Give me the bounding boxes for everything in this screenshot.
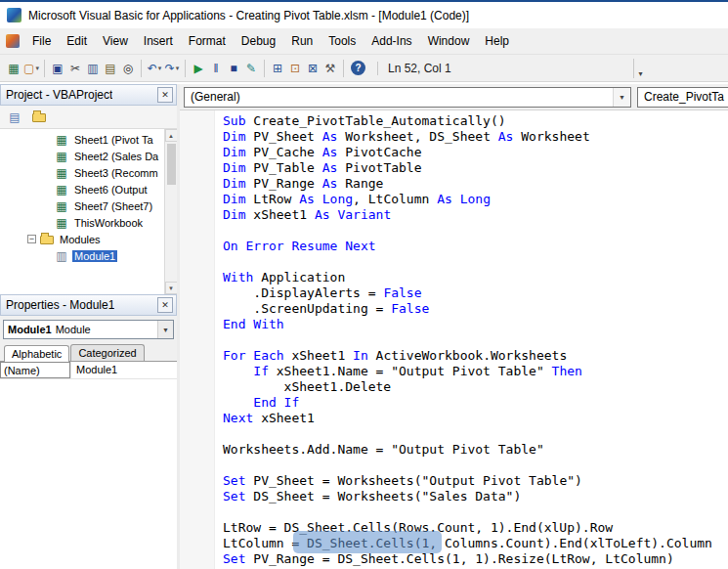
close-properties-panel-button[interactable]: ✕: [157, 297, 173, 313]
project-explorer-button[interactable]: ⊞: [269, 59, 286, 78]
break-button[interactable]: ‖: [207, 59, 225, 78]
toolbox-button[interactable]: ⚒: [321, 59, 339, 78]
menu-window[interactable]: Window: [420, 30, 478, 52]
property-value-cell[interactable]: Module1: [70, 362, 177, 378]
project-item-module1[interactable]: ▥Module1: [0, 247, 163, 264]
scrollbar-thumb[interactable]: [167, 144, 176, 185]
vba-logo-icon: [7, 8, 21, 22]
menu-addins[interactable]: Add-Ins: [364, 30, 419, 52]
project-panel-title: Project - VBAProject: [6, 88, 112, 102]
cut-button[interactable]: ✂: [66, 59, 84, 78]
code-line[interactable]: Dim PV_Sheet As Worksheet, DS_Sheet As W…: [223, 129, 728, 145]
chevron-down-icon: ▾: [638, 69, 642, 78]
project-item-modules[interactable]: −Modules: [0, 231, 163, 247]
code-line[interactable]: Dim PV_Cache As PivotCache: [223, 145, 728, 160]
view-microsoft-excel-button[interactable]: ▦: [5, 59, 22, 78]
menu-tools[interactable]: Tools: [321, 30, 364, 52]
insert-userform-button[interactable]: ▢▾: [22, 59, 40, 78]
code-line[interactable]: Set DS_Sheet = Worksheets("Sales Data"): [223, 489, 728, 504]
code-line[interactable]: Set PV_Range = DS_Sheet.Cells(1, 1).Resi…: [223, 551, 728, 567]
code-line[interactable]: End With: [223, 317, 728, 332]
project-item-sheet1-pivot-ta[interactable]: ▦Sheet1 (Pivot Ta: [0, 131, 163, 148]
code-line[interactable]: [223, 332, 728, 348]
run-button[interactable]: ▶: [190, 59, 207, 78]
project-item-sheet6-output[interactable]: ▦Sheet6 (Output: [0, 181, 163, 197]
code-line[interactable]: Dim PV_Range As Range: [223, 176, 728, 192]
copy-button[interactable]: ▥: [84, 59, 102, 78]
tab-categorized[interactable]: Categorized: [70, 344, 144, 361]
module-window-icon[interactable]: [6, 34, 20, 48]
sheet-icon: ▦: [55, 183, 68, 197]
code-line[interactable]: xSheet1.Delete: [223, 379, 728, 395]
code-window: (General) ▼ Create_PivotTa Sub Create_Pi…: [180, 84, 728, 569]
code-line[interactable]: [223, 426, 728, 442]
paste-button[interactable]: ▤: [102, 59, 119, 78]
redo-button[interactable]: ↷▾: [163, 59, 181, 78]
code-line[interactable]: Sub Create_PivotTable_Automatically(): [223, 113, 728, 129]
code-line[interactable]: On Error Resume Next: [223, 239, 728, 254]
code-text[interactable]: Sub Create_PivotTable_Automatically()Dim…: [215, 110, 728, 569]
code-line[interactable]: Next xSheet1: [223, 411, 728, 426]
close-project-panel-button[interactable]: ✕: [157, 87, 173, 103]
code-line[interactable]: .ScreenUpdating = False: [223, 301, 728, 317]
code-line[interactable]: With Application: [223, 270, 728, 285]
chevron-down-icon: ▼: [157, 321, 173, 338]
undo-button[interactable]: ↶▾: [146, 59, 163, 78]
title-bar: Microsoft Visual Basic for Applications …: [0, 2, 728, 28]
module-icon: ▥: [55, 249, 68, 263]
code-dropdowns-row: (General) ▼ Create_PivotTa: [180, 84, 728, 110]
menu-run[interactable]: Run: [283, 30, 321, 52]
view-code-button[interactable]: ▤: [5, 108, 24, 127]
procedure-dropdown[interactable]: Create_PivotTa: [637, 87, 728, 108]
object-selector-dropdown[interactable]: Module1 Module ▼: [3, 320, 174, 339]
code-editor[interactable]: Sub Create_PivotTable_Automatically()Dim…: [180, 110, 728, 569]
project-item-thisworkbook[interactable]: ▦ThisWorkbook: [0, 214, 163, 231]
properties-window-button[interactable]: ⊡: [286, 59, 304, 78]
code-line[interactable]: [223, 504, 728, 520]
object-dropdown-value: (General): [191, 90, 240, 104]
tab-alphabetic[interactable]: Alphabetic: [4, 345, 69, 362]
menu-insert[interactable]: Insert: [136, 30, 181, 52]
view-microsoft-excel-icon: ▦: [8, 63, 19, 74]
object-dropdown[interactable]: (General) ▼: [184, 87, 631, 108]
help-button[interactable]: ?: [351, 61, 365, 75]
find-button[interactable]: ◎: [119, 59, 137, 78]
scroll-down-icon[interactable]: ▼: [165, 282, 178, 294]
menu-help[interactable]: Help: [477, 30, 517, 52]
menu-view[interactable]: View: [95, 30, 136, 52]
code-line[interactable]: For Each xSheet1 In ActiveWorkbook.Works…: [223, 348, 728, 364]
property-name-cell[interactable]: (Name): [0, 362, 70, 378]
toolbar-options-button[interactable]: ▾: [633, 59, 647, 78]
project-minibar: ▤: [0, 106, 177, 129]
design-mode-button[interactable]: ✎: [242, 59, 260, 78]
menu-debug[interactable]: Debug: [234, 30, 283, 52]
object-browser-button[interactable]: ⊠: [304, 59, 321, 78]
project-item-label: ThisWorkbook: [72, 217, 145, 229]
code-line[interactable]: Dim LtRow As Long, LtColumn As Long: [223, 192, 728, 207]
code-line[interactable]: Set PV_Sheet = Worksheets("Output Pivot …: [223, 473, 728, 489]
project-tree-scrollbar[interactable]: ▲ ▼: [164, 129, 177, 294]
code-line[interactable]: [223, 254, 728, 270]
code-line[interactable]: [223, 458, 728, 473]
code-line[interactable]: If xSheet1.Name = "Output Pivot Table" T…: [223, 364, 728, 379]
code-line[interactable]: [223, 223, 728, 239]
reset-button[interactable]: ■: [225, 59, 242, 78]
sheet-icon: ▦: [55, 150, 68, 163]
collapse-expander-icon[interactable]: −: [27, 235, 36, 243]
project-item-sheet7-sheet7[interactable]: ▦Sheet7 (Sheet7): [0, 197, 163, 214]
code-line[interactable]: Worksheets.Add.Name = "Output Pivot Tabl…: [223, 442, 728, 458]
scroll-up-icon[interactable]: ▲: [165, 129, 178, 142]
code-line[interactable]: Dim PV_Table As PivotTable: [223, 160, 728, 176]
save-button[interactable]: ▣: [49, 59, 66, 78]
code-line[interactable]: End If: [223, 395, 728, 411]
project-item-sheet3-recomm[interactable]: ▦Sheet3 (Recomm: [0, 164, 163, 181]
code-line[interactable]: .DisplayAlerts = False: [223, 285, 728, 301]
toggle-folders-button[interactable]: [29, 108, 49, 127]
margin-indicator-bar: [180, 110, 215, 569]
menu-edit[interactable]: Edit: [59, 30, 95, 52]
menu-file[interactable]: File: [24, 30, 59, 52]
code-line[interactable]: Dim xSheet1 As Variant: [223, 207, 728, 223]
dropdown-arrow-icon: ▾: [158, 65, 162, 72]
project-item-sheet2-sales-da[interactable]: ▦Sheet2 (Sales Da: [0, 148, 163, 164]
menu-format[interactable]: Format: [181, 30, 234, 52]
